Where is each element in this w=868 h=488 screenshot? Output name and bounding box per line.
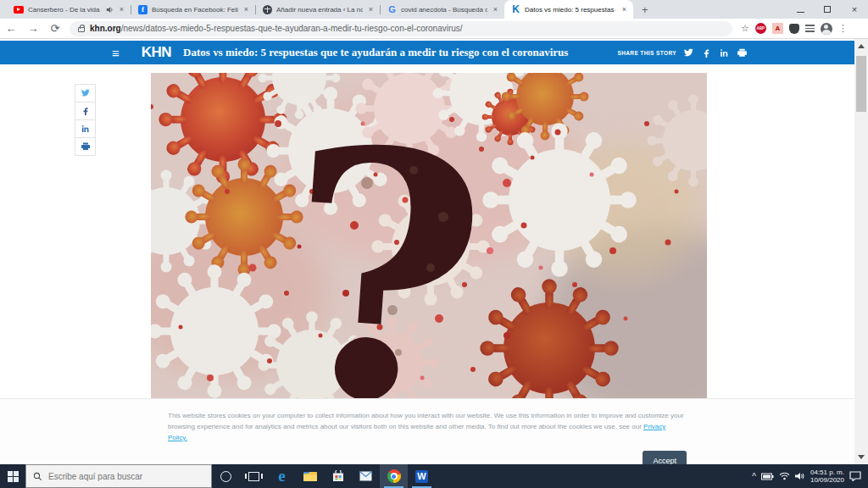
desktop-screen: Canserbero - De la vida com × f Búsqueda… xyxy=(0,0,868,488)
adblock-extension-icon[interactable]: ABP xyxy=(755,23,766,34)
tab-facebook[interactable]: f Búsqueda en Facebook: Felipe A × xyxy=(131,0,255,19)
window-minimize-button[interactable] xyxy=(787,0,814,19)
pdf-extension-icon[interactable]: A xyxy=(772,23,783,34)
back-button[interactable]: ← xyxy=(0,22,22,35)
cortana-button[interactable] xyxy=(212,464,240,488)
rail-print-button[interactable] xyxy=(75,137,96,156)
speaker-icon[interactable] xyxy=(795,472,805,480)
cookie-banner-content: This website stores cookies on your comp… xyxy=(168,410,687,471)
word-icon: W xyxy=(415,470,428,483)
cookie-message-text: This website stores cookies on your comp… xyxy=(168,412,684,430)
coronavirus-question-mark-illustration: ? xyxy=(151,73,707,398)
tab-title: Búsqueda en Facebook: Felipe A xyxy=(152,6,238,14)
twitter-icon xyxy=(81,88,91,98)
rail-twitter-button[interactable] xyxy=(75,84,96,103)
chrome-taskbar-button[interactable] xyxy=(380,464,408,488)
scrollbar-up-arrow[interactable] xyxy=(858,44,865,48)
task-view-button[interactable] xyxy=(240,464,268,488)
site-logo[interactable]: KHN xyxy=(142,44,171,61)
article-title: Datos vs miedo: 5 respuestas que te ayud… xyxy=(183,46,568,59)
battery-icon[interactable] xyxy=(761,473,774,480)
taskbar-clock[interactable]: 04:51 p. m. 10/09/2020 xyxy=(810,469,844,484)
share-rail xyxy=(75,85,96,156)
page-scrollbar[interactable] xyxy=(854,39,868,464)
bookmark-star-icon[interactable]: ☆ xyxy=(741,23,749,34)
facebook-share-icon[interactable] xyxy=(701,47,712,58)
scrollbar-thumb[interactable] xyxy=(856,56,866,112)
microsoft-store-button[interactable] xyxy=(324,464,352,488)
rail-facebook-button[interactable] xyxy=(75,102,96,120)
tab-close-button[interactable]: × xyxy=(367,6,375,14)
clock-time: 04:51 p. m. xyxy=(810,469,844,476)
store-icon xyxy=(332,470,344,482)
minimize-icon xyxy=(797,12,804,13)
taskbar-search[interactable] xyxy=(25,464,212,488)
list-extension-icon[interactable] xyxy=(805,25,815,32)
wifi-icon[interactable] xyxy=(779,472,790,480)
tab-title: Canserbero - De la vida com xyxy=(28,6,102,14)
start-button[interactable] xyxy=(0,464,25,488)
window-maximize-button[interactable] xyxy=(814,0,841,19)
tab-google-search[interactable]: G covid anecdota - Búsqueda de G × xyxy=(381,0,504,19)
chrome-icon xyxy=(387,469,401,483)
maximize-icon xyxy=(824,6,831,13)
task-view-icon xyxy=(248,472,259,481)
tab-title: Añadir nueva entrada ‹ La notici xyxy=(276,6,363,14)
address-bar[interactable]: khn.org/news/datos-vs-miedo-5-respuestas… xyxy=(70,21,732,36)
site-header: ≡ KHN Datos vs miedo: 5 respuestas que t… xyxy=(0,41,854,64)
scrollbar-down-arrow[interactable] xyxy=(858,455,865,459)
window-controls: × xyxy=(787,0,868,19)
print-share-icon[interactable] xyxy=(737,47,748,58)
share-block: SHARE THIS STORY xyxy=(617,47,748,58)
tab-close-button[interactable]: × xyxy=(118,6,125,14)
tab-wordpress[interactable]: Añadir nueva entrada ‹ La notici × xyxy=(256,0,380,19)
chrome-menu-icon[interactable]: ⋮ xyxy=(838,23,848,34)
youtube-icon xyxy=(14,6,24,14)
profile-avatar[interactable] xyxy=(821,23,832,35)
tab-close-button[interactable]: × xyxy=(242,6,250,14)
tab-title: Datos vs miedo: 5 respuestas qu xyxy=(525,6,616,14)
google-icon: G xyxy=(387,5,397,14)
tray-chevron-icon[interactable]: ^ xyxy=(752,472,756,481)
reload-button[interactable]: ⟳ xyxy=(44,22,66,35)
windows-taskbar: e W ^ xyxy=(0,464,868,488)
extension-icon[interactable] xyxy=(789,24,799,34)
file-explorer-button[interactable] xyxy=(296,464,324,488)
search-icon xyxy=(33,472,42,481)
facebook-icon xyxy=(81,106,91,116)
svg-text:?: ? xyxy=(271,73,498,398)
khn-favicon: K xyxy=(511,5,520,14)
article-hero-image: ? xyxy=(151,73,707,398)
rail-linkedin-button[interactable] xyxy=(75,119,96,138)
url-domain: khn.org xyxy=(90,24,121,33)
linkedin-icon xyxy=(81,124,91,134)
action-center-button[interactable] xyxy=(849,471,861,481)
mail-button[interactable] xyxy=(352,464,380,488)
file-explorer-icon xyxy=(303,471,317,482)
clock-date: 10/09/2020 xyxy=(810,476,844,484)
edge-button[interactable]: e xyxy=(268,464,296,488)
notification-icon xyxy=(849,471,861,481)
tab-audio-icon[interactable] xyxy=(106,6,114,14)
question-mark: ? xyxy=(271,73,498,398)
linkedin-share-icon[interactable] xyxy=(719,47,730,58)
tab-khn-active[interactable]: K Datos vs miedo: 5 respuestas qu × xyxy=(504,0,633,19)
new-tab-button[interactable]: + xyxy=(633,3,657,16)
mail-icon xyxy=(359,471,372,481)
lock-icon[interactable] xyxy=(78,27,85,32)
hamburger-menu-icon[interactable]: ≡ xyxy=(112,46,120,60)
window-close-button[interactable]: × xyxy=(841,0,868,19)
tab-close-button[interactable]: × xyxy=(492,6,499,14)
search-input[interactable] xyxy=(48,472,192,481)
browser-tabstrip: Canserbero - De la vida com × f Búsqueda… xyxy=(0,0,868,19)
twitter-share-icon[interactable] xyxy=(683,47,694,58)
browser-toolbar: ← → ⟳ khn.org/news/datos-vs-miedo-5-resp… xyxy=(0,19,868,39)
edge-icon: e xyxy=(278,467,285,485)
tab-youtube[interactable]: Canserbero - De la vida com × xyxy=(7,0,131,19)
word-taskbar-button[interactable]: W xyxy=(408,464,436,488)
tab-close-button[interactable]: × xyxy=(620,6,628,14)
tab-title: covid anecdota - Búsqueda de G xyxy=(401,6,487,14)
cookie-banner: This website stores cookies on your comp… xyxy=(0,398,854,464)
forward-button[interactable]: → xyxy=(22,22,44,35)
windows-logo-icon xyxy=(8,471,19,482)
